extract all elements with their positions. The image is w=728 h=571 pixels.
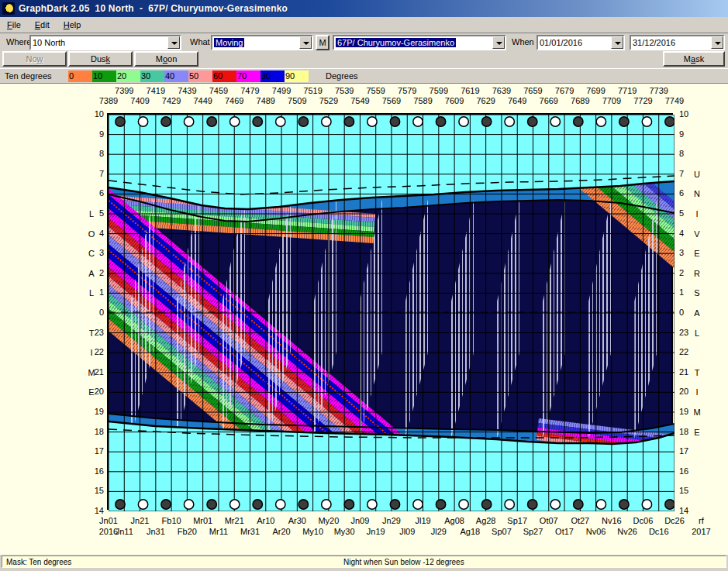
bottom-axis-tick: Fb10 [156,516,187,525]
right-hour-label: 22 [679,347,709,356]
when-label: When [512,37,534,46]
new-moon-icon [207,117,216,126]
bottom-axis-tick: Jn19 [361,527,392,536]
moon-button[interactable]: Moon [134,51,198,67]
dark-sky-plot[interactable] [107,113,673,510]
bottom-axis-tick: rf [685,516,716,525]
universal-time-axis-title: N [692,189,702,198]
date-to-combobox[interactable]: 31/12/2016 [630,35,725,50]
bottom-axis-tick: Ar30 [281,516,312,525]
bottom-axis-tick: Jn11 [109,527,140,536]
bottom-axis-tick: Mr31 [235,527,266,536]
right-hour-label: 15 [679,486,709,495]
full-moon-icon [367,117,377,126]
top-axis-tick: 7509 [281,96,312,105]
graphdark-window: { "window": { "title": "GraphDark 2.05 1… [0,0,728,571]
full-moon-icon [367,500,377,509]
left-hour-label: 6 [74,188,104,198]
new-moon-icon [619,117,629,126]
top-axis-tick: 7499 [266,86,297,95]
full-moon-icon [459,117,468,126]
top-axis-tick: 7469 [219,96,250,105]
bottom-axis-tick: Jl29 [423,527,454,536]
title-bar[interactable]: GraphDark 2.05 10 North - 67P/ Churyumov… [0,0,728,17]
bottom-axis-tick: 2017 [685,527,716,536]
top-axis-tick: 7739 [643,86,675,95]
dusk-button[interactable]: Dusk [68,51,133,67]
top-axis-tick: 7749 [659,96,690,105]
mask-button[interactable]: Mask [663,51,725,67]
bottom-axis-tick: Jn09 [344,516,375,525]
object-combobox[interactable]: 67P/ Churyumov-Gerasimenko [333,35,506,50]
m-button[interactable]: M [316,35,329,50]
top-axis-tick: 7489 [250,96,281,105]
top-axis-tick: 7609 [439,96,470,105]
left-hour-label: 0 [74,308,104,317]
date-to-value: 31/12/2016 [631,36,711,49]
legend-unit-label: Degrees [326,71,358,81]
bottom-axis-tick: Ot27 [564,516,595,525]
new-moon-icon [116,117,125,126]
top-axis-tick: 7699 [581,86,612,95]
legend-bar: Ten degrees 0102030405060708090 Degrees [0,68,728,84]
bottom-axis-tick: My10 [298,527,329,536]
now-button: Now [2,51,67,67]
top-axis-tick: 7559 [361,86,392,95]
new-moon-icon [481,500,491,509]
new-moon-icon [253,117,262,126]
menu-edit[interactable]: Edit [28,19,57,31]
bottom-axis-tick: Ot07 [533,516,564,525]
chevron-down-icon[interactable] [299,36,312,49]
bottom-axis-tick: Ag18 [454,527,485,536]
menu-help[interactable]: Help [57,19,88,31]
top-axis-tick: 7529 [313,96,344,105]
universal-time-axis-title: R [692,269,702,278]
menu-file[interactable]: File [0,19,28,31]
full-moon-icon [184,117,193,126]
top-axis-tick: 7689 [564,96,595,105]
chevron-down-icon[interactable] [711,36,723,49]
full-moon-icon [413,117,423,126]
bottom-axis-tick: Ot17 [549,527,580,536]
where-label: Where [6,37,31,46]
local-time-axis-title: C [87,249,96,258]
bottom-axis-tick: Mr11 [203,527,234,536]
top-axis-tick: 7589 [408,96,439,105]
new-moon-icon [619,500,629,509]
new-moon-icon [298,117,308,126]
universal-time-axis-title: L [692,328,702,338]
bottom-axis-tick: My20 [313,516,344,525]
right-hour-label: 8 [679,149,709,158]
what-combobox[interactable]: Moving [211,35,313,50]
top-axis-tick: 7619 [454,86,485,95]
status-night-text: Night when Sun below -12 degrees [343,558,464,566]
chevron-down-icon[interactable] [492,36,505,49]
bottom-axis-tick: Ar10 [250,516,281,525]
new-moon-icon [528,117,537,126]
chevron-down-icon[interactable] [167,36,180,49]
chevron-down-icon[interactable] [611,36,623,49]
new-moon-icon [574,117,583,126]
left-hour-label: 8 [74,149,104,158]
top-axis-tick: 7419 [140,86,171,95]
top-axis-tick: 7719 [612,86,643,95]
full-moon-icon [550,500,560,509]
new-moon-icon [390,117,399,126]
full-moon-icon [230,500,240,509]
button-row: Now Dusk Moon Mask [0,51,728,68]
bottom-axis-tick: Sp07 [486,527,517,536]
local-time-axis-title: L [87,209,96,218]
new-moon-icon [665,500,675,509]
local-time-axis-title: O [87,229,96,239]
new-moon-icon [574,500,583,509]
legend-segment: 70 [236,71,260,82]
universal-time-axis-title: E [692,428,702,437]
where-combobox[interactable]: 10 North [29,35,181,50]
left-hour-label: 14 [74,506,104,515]
new-moon-icon [436,117,445,126]
bottom-axis-tick: Jn21 [125,516,156,525]
top-axis-tick: 7409 [125,96,156,105]
full-moon-icon [184,500,193,509]
full-moon-icon [276,500,285,509]
date-from-combobox[interactable]: 01/01/2016 [537,35,625,50]
